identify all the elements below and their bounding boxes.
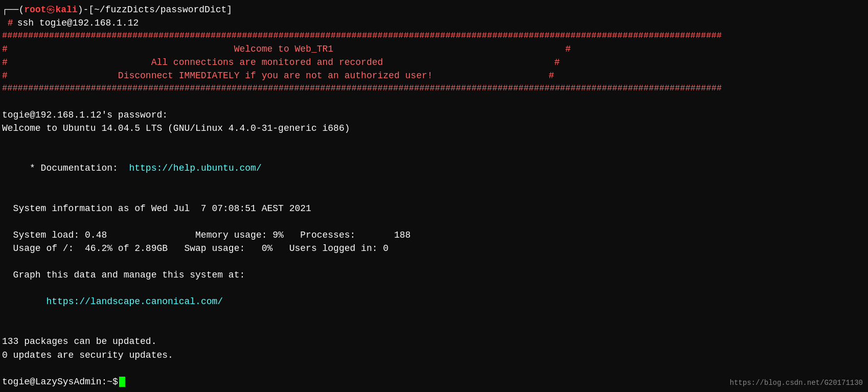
password-prompt: togie@192.168.1.12's password: — [0, 108, 868, 122]
empty-line-2 — [0, 135, 868, 148]
doc-url: https://help.ubuntu.com/ — [129, 163, 261, 173]
empty-line-3 — [0, 188, 868, 201]
prompt-hash — [2, 16, 8, 30]
prompt-bracket-open: ┌──( — [2, 3, 24, 16]
prompt-at: ㉿ — [46, 3, 55, 16]
landscape-url: https://landscape.canonical.com/ — [24, 296, 223, 307]
banner-line-2: # All connections are monitored and reco… — [0, 56, 868, 69]
graph-line-1: Graph this data and manage this system a… — [0, 268, 868, 282]
prompt-user: root — [24, 3, 46, 16]
banner-hash-bottom: ########################################… — [0, 82, 868, 95]
sysload-line: System load: 0.48 Memory usage: 9% Proce… — [0, 228, 868, 242]
usage-line: Usage of /: 46.2% of 2.89GB Swap usage: … — [0, 242, 868, 255]
prompt-line: ┌──(root㉿kali)-[~/fuzzDicts/passwordDict… — [0, 3, 868, 16]
packages-line: 133 packages can be updated. — [0, 335, 868, 348]
welcome-line: Welcome to Ubuntu 14.04.5 LTS (GNU/Linux… — [0, 122, 868, 135]
final-prompt-text: togie@LazySysAdmin:~$ — [2, 375, 118, 388]
empty-line-7 — [0, 362, 868, 375]
prompt-hash-symbol: # — [8, 16, 13, 30]
prompt-path: )-[~/fuzzDicts/passwordDict] — [78, 3, 232, 16]
ssh-command: ssh togie@192.168.1.12 — [17, 16, 139, 30]
doc-line: * Documentation: https://help.ubuntu.com… — [0, 148, 868, 188]
banner-line-1: # Welcome to Web_TR1 # — [0, 42, 868, 56]
watermark: https://blog.csdn.net/G20171130 — [730, 379, 863, 387]
terminal-window: ┌──(root㉿kali)-[~/fuzzDicts/passwordDict… — [0, 0, 868, 392]
banner-hash-top: ########################################… — [0, 30, 868, 42]
cursor — [119, 377, 125, 387]
banner-line-3: # Disconnect IMMEDIATELY if you are not … — [0, 69, 868, 82]
empty-line-4 — [0, 215, 868, 228]
empty-line-5 — [0, 255, 868, 268]
sysinfo-header: System information as of Wed Jul 7 07:08… — [0, 202, 868, 215]
empty-line-6 — [0, 321, 868, 335]
doc-label: * Documentation: — [24, 163, 129, 173]
prompt-host: kali — [55, 3, 77, 16]
command-line: # ssh togie@192.168.1.12 — [0, 16, 868, 30]
graph-line-2: https://landscape.canonical.com/ — [0, 282, 868, 321]
empty-line-1 — [0, 95, 868, 108]
security-line: 0 updates are security updates. — [0, 349, 868, 362]
